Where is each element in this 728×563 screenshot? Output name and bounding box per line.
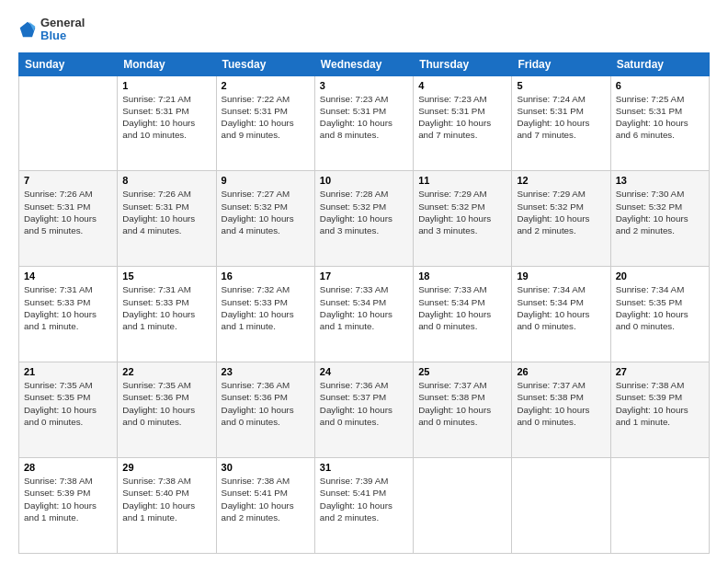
day-info: Sunrise: 7:28 AM Sunset: 5:32 PM Dayligh… [320, 188, 408, 236]
day-info: Sunrise: 7:21 AM Sunset: 5:31 PM Dayligh… [122, 93, 210, 142]
day-info: Sunrise: 7:26 AM Sunset: 5:31 PM Dayligh… [122, 188, 210, 236]
table-row [19, 75, 118, 171]
table-row: 17Sunrise: 7:33 AM Sunset: 5:34 PM Dayli… [314, 267, 413, 362]
logo: General Blue [18, 17, 85, 43]
day-number: 23 [222, 366, 310, 377]
table-row: 2Sunrise: 7:22 AM Sunset: 5:31 PM Daylig… [216, 75, 314, 171]
day-number: 26 [517, 366, 605, 377]
day-number: 31 [320, 462, 408, 473]
table-row: 19Sunrise: 7:34 AM Sunset: 5:34 PM Dayli… [512, 267, 610, 362]
col-header-tuesday: Tuesday [216, 52, 314, 75]
table-row: 10Sunrise: 7:28 AM Sunset: 5:32 PM Dayli… [314, 171, 413, 267]
day-info: Sunrise: 7:23 AM Sunset: 5:31 PM Dayligh… [320, 93, 408, 142]
day-info: Sunrise: 7:31 AM Sunset: 5:33 PM Dayligh… [122, 283, 210, 332]
day-info: Sunrise: 7:38 AM Sunset: 5:41 PM Dayligh… [222, 475, 310, 523]
day-number: 17 [320, 270, 408, 282]
table-row [610, 458, 709, 554]
day-info: Sunrise: 7:22 AM Sunset: 5:31 PM Dayligh… [222, 93, 310, 142]
table-row: 28Sunrise: 7:38 AM Sunset: 5:39 PM Dayli… [19, 458, 118, 554]
col-header-wednesday: Wednesday [314, 52, 413, 75]
table-row: 7Sunrise: 7:26 AM Sunset: 5:31 PM Daylig… [19, 171, 118, 267]
table-row: 9Sunrise: 7:27 AM Sunset: 5:32 PM Daylig… [216, 171, 314, 267]
day-number: 7 [24, 175, 112, 186]
day-info: Sunrise: 7:32 AM Sunset: 5:33 PM Dayligh… [222, 283, 310, 332]
table-row: 26Sunrise: 7:37 AM Sunset: 5:38 PM Dayli… [512, 362, 610, 458]
day-info: Sunrise: 7:33 AM Sunset: 5:34 PM Dayligh… [320, 283, 408, 332]
table-row: 14Sunrise: 7:31 AM Sunset: 5:33 PM Dayli… [19, 267, 118, 362]
col-header-friday: Friday [512, 52, 610, 75]
table-row: 30Sunrise: 7:38 AM Sunset: 5:41 PM Dayli… [216, 458, 314, 554]
calendar-table: SundayMondayTuesdayWednesdayThursdayFrid… [18, 52, 710, 554]
day-number: 19 [517, 270, 605, 282]
day-number: 12 [517, 175, 605, 186]
table-row: 15Sunrise: 7:31 AM Sunset: 5:33 PM Dayli… [118, 267, 216, 362]
table-row: 3Sunrise: 7:23 AM Sunset: 5:31 PM Daylig… [314, 75, 413, 171]
day-info: Sunrise: 7:35 AM Sunset: 5:35 PM Dayligh… [24, 379, 112, 428]
table-row: 29Sunrise: 7:38 AM Sunset: 5:40 PM Dayli… [118, 458, 216, 554]
table-row: 16Sunrise: 7:32 AM Sunset: 5:33 PM Dayli… [216, 267, 314, 362]
day-info: Sunrise: 7:35 AM Sunset: 5:36 PM Dayligh… [122, 379, 210, 428]
day-info: Sunrise: 7:23 AM Sunset: 5:31 PM Dayligh… [418, 93, 506, 142]
day-number: 1 [122, 80, 210, 91]
day-info: Sunrise: 7:30 AM Sunset: 5:32 PM Dayligh… [616, 188, 704, 236]
col-header-saturday: Saturday [610, 52, 709, 75]
table-row: 1Sunrise: 7:21 AM Sunset: 5:31 PM Daylig… [118, 75, 216, 171]
table-row: 4Sunrise: 7:23 AM Sunset: 5:31 PM Daylig… [414, 75, 512, 171]
day-number: 5 [517, 80, 605, 91]
day-info: Sunrise: 7:29 AM Sunset: 5:32 PM Dayligh… [517, 188, 605, 236]
table-row: 5Sunrise: 7:24 AM Sunset: 5:31 PM Daylig… [512, 75, 610, 171]
day-info: Sunrise: 7:26 AM Sunset: 5:31 PM Dayligh… [24, 188, 112, 236]
day-info: Sunrise: 7:33 AM Sunset: 5:34 PM Dayligh… [418, 283, 506, 332]
table-row: 23Sunrise: 7:36 AM Sunset: 5:36 PM Dayli… [216, 362, 314, 458]
day-number: 20 [616, 270, 704, 282]
day-number: 29 [122, 462, 210, 473]
table-row: 27Sunrise: 7:38 AM Sunset: 5:39 PM Dayli… [610, 362, 709, 458]
table-row: 11Sunrise: 7:29 AM Sunset: 5:32 PM Dayli… [414, 171, 512, 267]
day-number: 16 [222, 270, 310, 282]
col-header-sunday: Sunday [19, 52, 118, 75]
day-info: Sunrise: 7:29 AM Sunset: 5:32 PM Dayligh… [418, 188, 506, 236]
day-info: Sunrise: 7:37 AM Sunset: 5:38 PM Dayligh… [418, 379, 506, 428]
day-info: Sunrise: 7:34 AM Sunset: 5:34 PM Dayligh… [517, 283, 605, 332]
day-number: 22 [122, 366, 210, 377]
day-info: Sunrise: 7:37 AM Sunset: 5:38 PM Dayligh… [517, 379, 605, 428]
day-number: 28 [24, 462, 112, 473]
table-row: 18Sunrise: 7:33 AM Sunset: 5:34 PM Dayli… [414, 267, 512, 362]
day-info: Sunrise: 7:24 AM Sunset: 5:31 PM Dayligh… [517, 93, 605, 142]
day-info: Sunrise: 7:25 AM Sunset: 5:31 PM Dayligh… [616, 93, 704, 142]
day-info: Sunrise: 7:36 AM Sunset: 5:36 PM Dayligh… [222, 379, 310, 428]
page: General Blue SundayMondayTuesdayWednesda… [0, 0, 728, 563]
day-info: Sunrise: 7:38 AM Sunset: 5:40 PM Dayligh… [122, 475, 210, 523]
table-row: 12Sunrise: 7:29 AM Sunset: 5:32 PM Dayli… [512, 171, 610, 267]
table-row: 8Sunrise: 7:26 AM Sunset: 5:31 PM Daylig… [118, 171, 216, 267]
day-number: 3 [320, 80, 408, 91]
day-number: 9 [222, 175, 310, 186]
table-row: 25Sunrise: 7:37 AM Sunset: 5:38 PM Dayli… [414, 362, 512, 458]
table-row: 22Sunrise: 7:35 AM Sunset: 5:36 PM Dayli… [118, 362, 216, 458]
table-row [414, 458, 512, 554]
day-number: 15 [122, 270, 210, 282]
day-number: 4 [418, 80, 506, 91]
col-header-monday: Monday [118, 52, 216, 75]
day-number: 24 [320, 366, 408, 377]
day-number: 21 [24, 366, 112, 377]
header: General Blue [18, 17, 710, 43]
day-number: 8 [122, 175, 210, 186]
table-row: 31Sunrise: 7:39 AM Sunset: 5:41 PM Dayli… [314, 458, 413, 554]
table-row: 24Sunrise: 7:36 AM Sunset: 5:37 PM Dayli… [314, 362, 413, 458]
day-number: 14 [24, 270, 112, 282]
table-row [512, 458, 610, 554]
col-header-thursday: Thursday [414, 52, 512, 75]
day-number: 2 [222, 80, 310, 91]
day-info: Sunrise: 7:31 AM Sunset: 5:33 PM Dayligh… [24, 283, 112, 332]
day-number: 18 [418, 270, 506, 282]
day-number: 11 [418, 175, 506, 186]
day-number: 6 [616, 80, 704, 91]
logo-text: General Blue [40, 17, 85, 43]
day-number: 27 [616, 366, 704, 377]
day-number: 30 [222, 462, 310, 473]
day-info: Sunrise: 7:38 AM Sunset: 5:39 PM Dayligh… [616, 379, 704, 428]
day-info: Sunrise: 7:27 AM Sunset: 5:32 PM Dayligh… [222, 188, 310, 236]
table-row: 21Sunrise: 7:35 AM Sunset: 5:35 PM Dayli… [19, 362, 118, 458]
day-info: Sunrise: 7:36 AM Sunset: 5:37 PM Dayligh… [320, 379, 408, 428]
